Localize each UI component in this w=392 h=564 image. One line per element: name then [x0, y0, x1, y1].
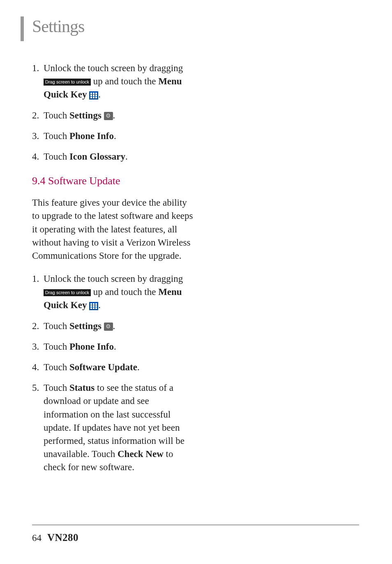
step-body: Unlock the touch screen by dragging Drag…	[44, 274, 183, 310]
page-heading-bar: Settings	[21, 16, 359, 41]
text-run: .	[114, 131, 116, 141]
step-item: 1.Unlock the touch screen by dragging Dr…	[32, 62, 193, 102]
step-item: 2.Touch Settings .	[32, 320, 193, 333]
step-body: Touch Status to see the status of a down…	[44, 383, 184, 472]
page-footer: 64 VN280	[32, 525, 359, 543]
step-number: 5.	[32, 381, 39, 395]
step-item: 4. Touch Software Update.	[32, 361, 193, 374]
text-run: Touch	[44, 110, 69, 121]
text-run: Touch	[44, 362, 69, 372]
bold-text: Icon Glossary	[69, 151, 125, 162]
bold-text: Settings	[69, 321, 104, 331]
step-body: Touch Phone Info.	[44, 131, 116, 141]
heading-marker	[21, 16, 24, 41]
text-run: .	[114, 341, 116, 352]
text-run: .	[125, 151, 128, 162]
bold-text: Check New	[118, 449, 164, 459]
step-number: 2.	[32, 320, 39, 333]
page-number: 64	[32, 533, 42, 543]
text-run: .	[113, 110, 115, 121]
text-run: up and touch the	[91, 287, 158, 297]
step-body: Touch Settings .	[44, 110, 115, 121]
step-number: 4.	[32, 150, 39, 163]
step-item: 1.Unlock the touch screen by dragging Dr…	[32, 272, 193, 312]
step-number: 1.	[32, 62, 39, 75]
bold-text: Phone Info	[69, 131, 114, 141]
step-item: 2.Touch Settings .	[32, 109, 193, 122]
text-run: Unlock the touch screen by dragging	[44, 274, 183, 284]
text-run: Touch	[44, 383, 69, 393]
text-run: Touch	[44, 131, 69, 141]
text-run: Touch	[44, 321, 69, 331]
step-number: 3.	[32, 130, 39, 143]
content-area: 1.Unlock the touch screen by dragging Dr…	[21, 62, 193, 474]
text-run: .	[98, 89, 101, 100]
text-run: Touch	[44, 151, 69, 162]
text-run: .	[98, 300, 101, 310]
software-update-intro: This feature gives your device the abili…	[32, 196, 193, 262]
text-run: Unlock the touch screen by dragging	[44, 63, 183, 73]
bold-text: Settings	[69, 110, 104, 121]
menu-quick-key-icon	[89, 302, 98, 310]
step-body: Touch Software Update.	[44, 362, 140, 372]
step-body: Touch Phone Info.	[44, 341, 116, 352]
step-item: 4. Touch Icon Glossary.	[32, 150, 193, 163]
step-body: Touch Settings .	[44, 321, 115, 331]
step-number: 4.	[32, 361, 39, 374]
text-run: to see the status of a download or updat…	[44, 383, 184, 459]
section-heading-software-update: 9.4 Software Update	[32, 175, 193, 187]
text-run: up and touch the	[91, 76, 158, 86]
bold-text: Phone Info	[69, 341, 114, 352]
step-body: Unlock the touch screen by dragging Drag…	[44, 63, 183, 100]
menu-quick-key-icon	[89, 91, 98, 100]
drag-screen-icon: Drag screen to unlock	[44, 79, 91, 86]
text-run: .	[137, 362, 140, 372]
step-item: 5. Touch Status to see the status of a d…	[32, 381, 193, 474]
section-2-steps: 1.Unlock the touch screen by dragging Dr…	[32, 272, 193, 474]
bold-text: Software Update	[69, 362, 137, 372]
step-number: 1.	[32, 272, 39, 285]
text-run: .	[113, 321, 115, 331]
heading-text: Settings	[32, 16, 84, 36]
section-1-steps: 1.Unlock the touch screen by dragging Dr…	[32, 62, 193, 163]
text-run: Touch	[44, 341, 69, 352]
bold-text: Status	[69, 383, 95, 393]
step-item: 3. Touch Phone Info.	[32, 340, 193, 353]
step-body: Touch Icon Glossary.	[44, 151, 128, 162]
step-item: 3. Touch Phone Info.	[32, 130, 193, 143]
step-number: 3.	[32, 340, 39, 353]
settings-gear-icon	[104, 323, 113, 331]
model-label: VN280	[47, 532, 78, 543]
drag-screen-icon: Drag screen to unlock	[44, 289, 91, 296]
settings-gear-icon	[104, 112, 113, 120]
step-number: 2.	[32, 109, 39, 122]
